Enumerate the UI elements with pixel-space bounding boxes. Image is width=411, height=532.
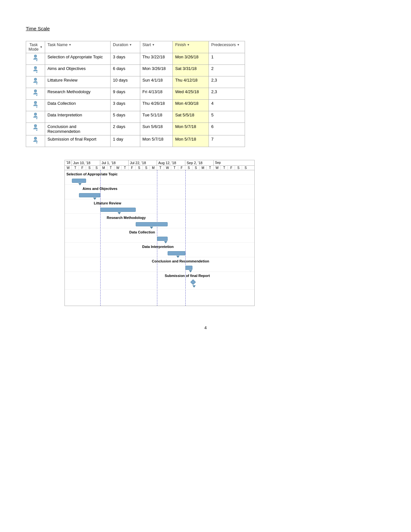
svg-point-6 — [34, 124, 37, 127]
gantt-label-6: Data Interpretetion — [142, 245, 174, 249]
svg-point-5 — [34, 113, 37, 115]
task-table: Task Mode ▼ Task Name ▼ Duration ▼ Start — [26, 41, 245, 147]
task-name-3: Littature Review — [45, 76, 111, 88]
task-start-5: Thu 4/26/18 — [140, 100, 173, 111]
task-start-3: Sun 4/1/18 — [140, 76, 173, 88]
gantt-label-2: Aims and Objectives — [83, 187, 117, 191]
gantt-label-4: Research Methodology — [107, 216, 146, 220]
task-start-1: Thu 3/22/18 — [140, 53, 173, 65]
task-predecessors-7: 6 — [209, 123, 245, 135]
gantt-row-1: Selection of Appropriate Topic — [65, 170, 254, 185]
svg-point-0 — [34, 55, 37, 57]
task-name-8: Submission of final Report — [45, 135, 111, 147]
task-icon-4 — [26, 88, 45, 100]
task-icon-3 — [26, 76, 45, 88]
task-name-5: Data Collection — [45, 100, 111, 111]
task-icon-6 — [26, 111, 45, 123]
gantt-label-8: Submission of final Report — [165, 274, 210, 278]
svg-point-7 — [34, 137, 37, 140]
table-row-2: Aims and Objectives6 daysMon 3/26/18Sat … — [26, 65, 245, 76]
predecessors-dropdown-icon[interactable]: ▼ — [237, 43, 240, 46]
gantt-arrow-3 — [118, 212, 121, 214]
task-name-2: Aims and Objectives — [45, 65, 111, 76]
task-name-7: Conclusion and Recommendetion — [45, 123, 111, 135]
task-predecessors-6: 5 — [209, 111, 245, 123]
task-predecessors-5: 4 — [209, 100, 245, 111]
page-title: Time Scale — [26, 26, 50, 31]
task-name-1: Selection of Appropriate Topic — [45, 53, 111, 65]
task-duration-6: 5 days — [111, 111, 140, 123]
svg-point-2 — [34, 78, 37, 81]
gantt-arrow-6 — [176, 256, 180, 258]
gantt-bar-4 — [136, 222, 168, 226]
task-name-4: Research Methodology — [45, 88, 111, 100]
task-name-6: Data Interpretetion — [45, 111, 111, 123]
task-icon-7 — [26, 123, 45, 135]
task-predecessors-4: 2,3 — [209, 88, 245, 100]
gantt-milestone-8 — [191, 280, 196, 285]
gantt-arrow-1 — [78, 183, 82, 185]
table-row-7: Conclusion and Recommendetion2 daysSun 5… — [26, 123, 245, 135]
finish-dropdown-icon[interactable]: ▼ — [187, 43, 190, 46]
gantt-chart-area: '18 Jun 10, '18 Jul 1, '18 Jul 22, '18 A… — [64, 160, 385, 306]
gantt-bar-5 — [157, 237, 168, 241]
start-dropdown-icon[interactable]: ▼ — [152, 43, 155, 46]
table-row-4: Research Methodology9 daysFri 4/13/18Wed… — [26, 88, 245, 100]
task-name-dropdown-icon[interactable]: ▼ — [69, 43, 72, 46]
gantt-row-3: Littature Review — [65, 199, 254, 214]
gantt-row-8: Submission of final Report — [65, 272, 254, 290]
table-row-8: Submission of final Report1 dayMon 5/7/1… — [26, 135, 245, 147]
task-start-6: Tue 5/1/18 — [140, 111, 173, 123]
gantt-arrow-2 — [93, 198, 96, 200]
task-icon-8 — [26, 135, 45, 147]
gantt-bar-3 — [100, 208, 136, 212]
task-finish-5: Mon 4/30/18 — [173, 100, 209, 111]
header-task-mode: Task Mode ▼ — [26, 41, 45, 53]
task-duration-3: 10 days — [111, 76, 140, 88]
table-row-3: Littature Review10 daysSun 4/1/18Thu 4/1… — [26, 76, 245, 88]
header-duration: Duration ▼ — [111, 41, 140, 53]
task-predecessors-3: 2,3 — [209, 76, 245, 88]
task-start-7: Sun 5/6/18 — [140, 123, 173, 135]
gantt-bar-2 — [79, 193, 100, 197]
gantt-arrow-4 — [150, 227, 153, 229]
header-task-name: Task Name ▼ — [45, 41, 111, 53]
gantt-arrow-8 — [192, 285, 196, 288]
task-duration-1: 3 days — [111, 53, 140, 65]
task-finish-7: Mon 5/7/18 — [173, 123, 209, 135]
gantt-row-6: Data Interpretetion — [65, 243, 254, 257]
gantt-bar-6 — [168, 251, 185, 255]
gantt-label-5: Data Collection — [129, 230, 155, 234]
gantt-chart-wrapper: '18 Jun 10, '18 Jul 1, '18 Jul 22, '18 A… — [64, 160, 255, 306]
task-start-2: Mon 3/26/18 — [140, 65, 173, 76]
task-finish-6: Sat 5/5/18 — [173, 111, 209, 123]
gantt-row-4: Research Methodology — [65, 214, 254, 228]
gantt-label-1: Selection of Appropriate Topic — [66, 172, 118, 176]
table-row-5: Data Collection3 daysThu 4/26/18Mon 4/30… — [26, 100, 245, 111]
task-predecessors-8: 7 — [209, 135, 245, 147]
gantt-label-7: Conclusion and Recommendetion — [152, 259, 209, 263]
header-finish: Finish ▼ — [173, 41, 209, 53]
task-icon-5 — [26, 100, 45, 111]
gantt-arrow-7 — [189, 270, 192, 272]
duration-dropdown-icon[interactable]: ▼ — [129, 43, 132, 46]
task-duration-4: 9 days — [111, 88, 140, 100]
gantt-bar-1 — [72, 179, 86, 183]
task-duration-7: 2 days — [111, 123, 140, 135]
page-number: 4 — [26, 325, 385, 330]
svg-point-3 — [34, 90, 37, 92]
task-mode-dropdown-icon[interactable]: ▼ — [40, 45, 43, 49]
svg-point-4 — [34, 101, 37, 104]
gantt-body: Selection of Appropriate Topic Aims and … — [65, 170, 254, 306]
task-duration-2: 6 days — [111, 65, 140, 76]
task-finish-4: Wed 4/25/18 — [173, 88, 209, 100]
table-row-1: Selection of Appropriate Topic3 daysThu … — [26, 53, 245, 65]
task-finish-2: Sat 3/31/18 — [173, 65, 209, 76]
task-duration-8: 1 day — [111, 135, 140, 147]
task-duration-5: 3 days — [111, 100, 140, 111]
gantt-label-3: Littature Review — [94, 201, 121, 205]
task-predecessors-2: 2 — [209, 65, 245, 76]
header-predecessors: Predecessors ▼ — [209, 41, 245, 53]
task-start-4: Fri 4/13/18 — [140, 88, 173, 100]
task-finish-8: Mon 5/7/18 — [173, 135, 209, 147]
